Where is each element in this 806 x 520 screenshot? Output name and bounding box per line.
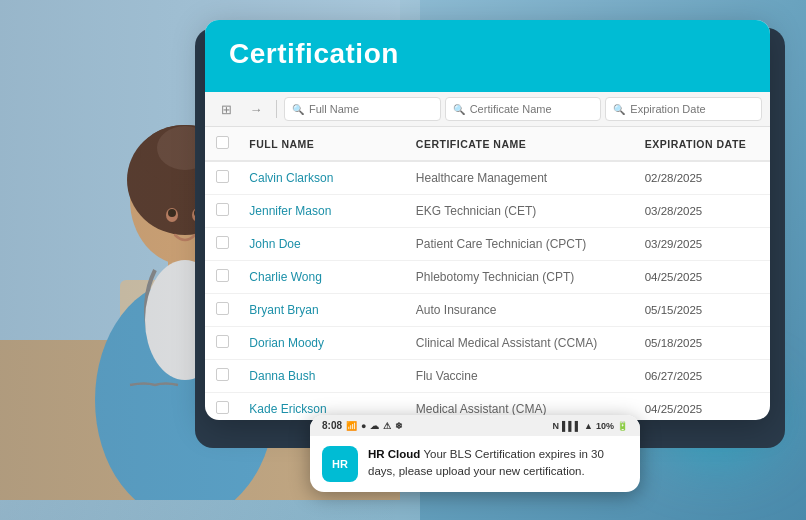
row-exp-date: 05/15/2025 (635, 294, 770, 327)
card-title: Certification (229, 38, 399, 69)
row-checkbox[interactable] (205, 327, 239, 360)
row-checkbox[interactable] (205, 393, 239, 421)
full-name-input[interactable] (309, 103, 433, 115)
row-checkbox-input[interactable] (216, 368, 229, 381)
certification-card: Certification ⊞ → 🔍 🔍 🔍 (205, 20, 770, 420)
expiration-input[interactable] (630, 103, 754, 115)
wifi-status: ▲ (584, 421, 593, 431)
row-checkbox-input[interactable] (216, 203, 229, 216)
arrow-icon[interactable]: → (243, 98, 269, 120)
header-checkbox[interactable] (216, 136, 229, 149)
col-cert-name: CERTIFICATE NAME (406, 127, 635, 161)
row-full-name: John Doe (239, 228, 405, 261)
status-right: N ▌▌▌ ▲ 10% 🔋 (552, 421, 628, 431)
table-row: John Doe Patient Care Technician (CPCT) … (205, 228, 770, 261)
n-icon: N (552, 421, 559, 431)
row-cert-name: Patient Care Technician (CPCT) (406, 228, 635, 261)
mobile-notification: 8:08 📶 ● ☁ ⚠ ❄ N ▌▌▌ ▲ 10% 🔋 HR HR Cloud… (310, 415, 640, 492)
table-row: Bryant Bryan Auto Insurance 05/15/2025 (205, 294, 770, 327)
row-cert-name: EKG Technician (CET) (406, 195, 635, 228)
certification-table: FULL NAME CERTIFICATE NAME EXPIRATION DA… (205, 127, 770, 420)
cert-name-input[interactable] (470, 103, 594, 115)
signal-bars: ▌▌▌ (562, 421, 581, 431)
table-container: FULL NAME CERTIFICATE NAME EXPIRATION DA… (205, 127, 770, 420)
alert-icon: ⚠ (383, 421, 391, 431)
row-checkbox[interactable] (205, 261, 239, 294)
row-cert-name: Phlebotomy Technician (CPT) (406, 261, 635, 294)
col-expiration: EXPIRATION DATE (635, 127, 770, 161)
notification-app-icon: HR (322, 446, 358, 482)
table-row: Danna Bush Flu Vaccine 06/27/2025 (205, 360, 770, 393)
search-full-name[interactable]: 🔍 (284, 97, 441, 121)
search-icon-1: 🔍 (292, 104, 304, 115)
col-checkbox[interactable] (205, 127, 239, 161)
row-full-name: Dorian Moody (239, 327, 405, 360)
row-full-name: Bryant Bryan (239, 294, 405, 327)
search-cert-name[interactable]: 🔍 (445, 97, 602, 121)
row-checkbox-input[interactable] (216, 269, 229, 282)
cloud-icon: ☁ (370, 421, 379, 431)
row-exp-date: 05/18/2025 (635, 327, 770, 360)
table-body: Calvin Clarkson Healthcare Management 02… (205, 161, 770, 420)
row-checkbox[interactable] (205, 360, 239, 393)
wifi-icon: 📶 (346, 421, 357, 431)
row-exp-date: 04/25/2025 (635, 393, 770, 421)
row-checkbox[interactable] (205, 228, 239, 261)
time-display: 8:08 (322, 420, 342, 431)
row-full-name: Calvin Clarkson (239, 161, 405, 195)
grid-icon[interactable]: ⊞ (213, 98, 239, 120)
row-cert-name: Healthcare Management (406, 161, 635, 195)
row-checkbox[interactable] (205, 195, 239, 228)
status-left: 8:08 📶 ● ☁ ⚠ ❄ (322, 420, 403, 431)
row-checkbox-input[interactable] (216, 401, 229, 414)
background-scene: Certification ⊞ → 🔍 🔍 🔍 (0, 0, 806, 520)
notification-message: HR Cloud Your BLS Certification expires … (368, 446, 628, 481)
signal-icon: ● (361, 421, 366, 431)
row-exp-date: 02/28/2025 (635, 161, 770, 195)
table-row: Jennifer Mason EKG Technician (CET) 03/2… (205, 195, 770, 228)
row-checkbox[interactable] (205, 161, 239, 195)
toolbar-divider (276, 100, 277, 118)
search-icon-2: 🔍 (453, 104, 465, 115)
svg-point-16 (168, 209, 176, 217)
table-row: Charlie Wong Phlebotomy Technician (CPT)… (205, 261, 770, 294)
row-exp-date: 03/28/2025 (635, 195, 770, 228)
snowflake-icon: ❄ (395, 421, 403, 431)
table-row: Calvin Clarkson Healthcare Management 02… (205, 161, 770, 195)
toolbar: ⊞ → 🔍 🔍 🔍 (205, 92, 770, 127)
row-checkbox[interactable] (205, 294, 239, 327)
row-checkbox-input[interactable] (216, 335, 229, 348)
battery-level: 10% (596, 421, 614, 431)
row-checkbox-input[interactable] (216, 236, 229, 249)
row-full-name: Jennifer Mason (239, 195, 405, 228)
col-full-name: FULL NAME (239, 127, 405, 161)
row-exp-date: 06/27/2025 (635, 360, 770, 393)
row-full-name: Danna Bush (239, 360, 405, 393)
notification-company: HR Cloud (368, 448, 420, 460)
status-bar: 8:08 📶 ● ☁ ⚠ ❄ N ▌▌▌ ▲ 10% 🔋 (310, 415, 640, 436)
row-cert-name: Auto Insurance (406, 294, 635, 327)
row-checkbox-input[interactable] (216, 302, 229, 315)
search-expiration[interactable]: 🔍 (605, 97, 762, 121)
search-icon-3: 🔍 (613, 104, 625, 115)
notification-content: HR HR Cloud Your BLS Certification expir… (310, 436, 640, 492)
row-checkbox-input[interactable] (216, 170, 229, 183)
table-row: Dorian Moody Clinical Medical Assistant … (205, 327, 770, 360)
table-header: FULL NAME CERTIFICATE NAME EXPIRATION DA… (205, 127, 770, 161)
card-header: Certification (205, 20, 770, 92)
row-exp-date: 03/29/2025 (635, 228, 770, 261)
row-full-name: Charlie Wong (239, 261, 405, 294)
row-exp-date: 04/25/2025 (635, 261, 770, 294)
row-cert-name: Flu Vaccine (406, 360, 635, 393)
row-cert-name: Clinical Medical Assistant (CCMA) (406, 327, 635, 360)
battery-icon: 🔋 (617, 421, 628, 431)
